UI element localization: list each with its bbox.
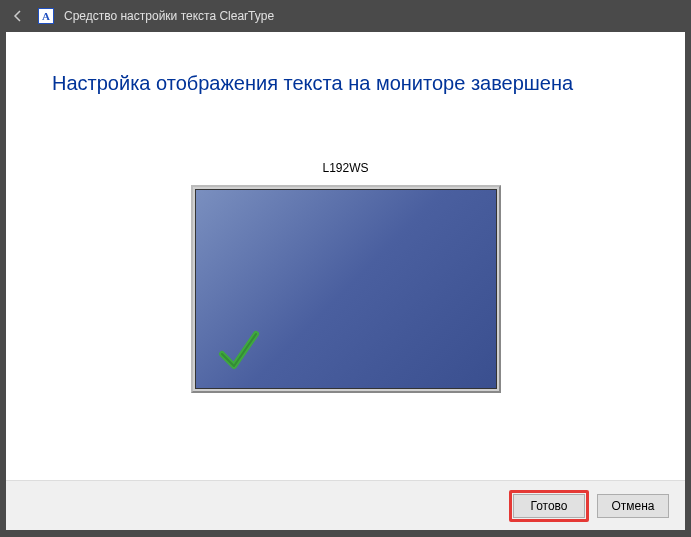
content: Настройка отображения текста на мониторе… xyxy=(6,32,685,480)
monitor-frame xyxy=(191,185,501,393)
monitor-name-label: L192WS xyxy=(322,161,368,175)
titlebar: A Средство настройки текста ClearType xyxy=(0,0,691,32)
monitor-preview: L192WS xyxy=(52,161,639,393)
finish-button[interactable]: Готово xyxy=(513,494,585,518)
page-heading: Настройка отображения текста на мониторе… xyxy=(52,72,639,95)
footer: Готово Отмена xyxy=(6,480,685,530)
window-title: Средство настройки текста ClearType xyxy=(64,9,274,23)
monitor-screen xyxy=(195,189,497,389)
highlight-finish: Готово xyxy=(509,490,589,522)
app-icon: A xyxy=(38,8,54,24)
client-area: Настройка отображения текста на мониторе… xyxy=(6,32,685,530)
cancel-button[interactable]: Отмена xyxy=(597,494,669,518)
checkmark-icon xyxy=(214,326,264,376)
back-arrow-icon[interactable] xyxy=(8,8,28,24)
